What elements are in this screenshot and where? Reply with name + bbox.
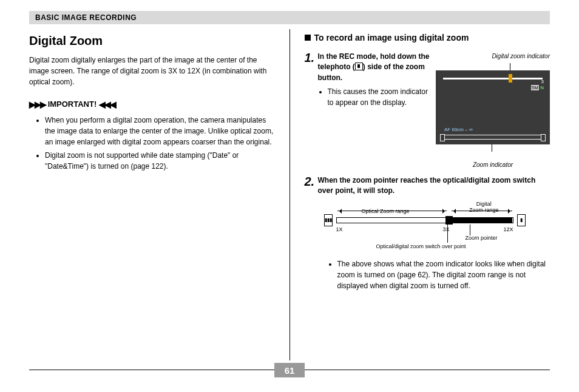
lcd-hud-af: AF 60cm – ∞ — [444, 126, 473, 133]
square-bullet-icon — [305, 35, 311, 41]
zoom-pointer-label: Zoom pointer — [465, 234, 497, 243]
digital-range-label: Digital Zoom range — [469, 201, 499, 214]
tick-12x: 12X — [503, 226, 513, 234]
right-column: To record an image using digital zoom 1.… — [290, 29, 550, 360]
step-number: 1. — [305, 52, 318, 64]
step1-sub: This causes the zoom indicator to appear… — [318, 87, 432, 108]
lcd-bottom-callout: Zoom indicator — [436, 160, 550, 169]
lcd-hud-size: 5M — [531, 85, 539, 90]
subheading-text: To record an image using digital zoom — [314, 33, 469, 42]
digital-zoom-segment — [449, 218, 512, 223]
zoom-wide-icon: ▮▮▮ — [324, 214, 333, 226]
step-1: 1. In the REC mode, hold down the teleph… — [305, 52, 550, 169]
tick-1x: 1X — [336, 226, 343, 234]
bullet-item: Digital zoom is not supported while date… — [45, 150, 275, 172]
zoom-tele-icon: ▮ — [517, 214, 526, 226]
step1-sub-bullet: This causes the zoom indicator to appear… — [328, 87, 432, 108]
callout-line-icon — [492, 144, 492, 152]
arrow-right-icon: ▶▶▶ — [29, 100, 46, 109]
lcd-illustration: Digital zoom indicator 3 5M N — [436, 52, 550, 169]
step-body: In the REC mode, hold down the telephoto… — [318, 52, 436, 108]
callout-line-icon — [510, 63, 510, 70]
lcd-hud-q: N — [540, 85, 544, 90]
step-body: When the zoom pointer reaches the optica… — [318, 175, 550, 197]
optical-range-label: Optical Zoom range — [362, 208, 410, 216]
lcd-hud-quality: 3 5M N — [531, 79, 544, 90]
step-number: 2. — [305, 175, 318, 188]
lcd-hud-count: 3 — [531, 79, 544, 85]
important-heading: ▶▶▶ IMPORTANT! ◀◀◀ — [29, 98, 275, 111]
page-title: Digital Zoom — [29, 32, 275, 50]
section-header-text: BASIC IMAGE RECORDING — [35, 13, 137, 22]
important-bullet-list: When you perform a digital zoom operatio… — [29, 115, 275, 172]
note-paragraph: The above shows what the zoom indicator … — [328, 259, 550, 291]
callout-line-icon — [447, 223, 448, 243]
subheading: To record an image using digital zoom — [305, 32, 550, 44]
zoom-range-bar — [336, 217, 513, 223]
zoom-range-diagram: Optical Zoom range Digital Zoom range ▮▮… — [322, 201, 528, 248]
lcd-screen: 3 5M N AF 60cm – ∞ — [436, 70, 550, 144]
lcd-bottom-zoom-bar — [444, 135, 541, 140]
digital-range-label-b: Zoom range — [469, 208, 499, 214]
page-number-badge: 61 — [274, 363, 305, 377]
lcd-top-callout: Digital zoom indicator — [436, 52, 550, 61]
page-number: 61 — [285, 365, 295, 376]
step-2: 2. When the zoom pointer reaches the opt… — [305, 175, 550, 197]
two-column-layout: Digital Zoom Digital zoom digitally enla… — [29, 29, 550, 360]
switch-point-label: Optical/digital zoom switch over point — [376, 243, 466, 251]
bullet-item: When you perform a digital zoom operatio… — [45, 115, 275, 147]
lcd-digital-zoom-marker — [509, 74, 512, 83]
arrow-left-icon: ◀◀◀ — [99, 100, 115, 109]
tick-3x: 3X — [443, 226, 450, 234]
important-label: IMPORTANT! — [48, 100, 97, 109]
lcd-top-zoom-bar — [443, 78, 543, 79]
intro-paragraph: Digital zoom digitally enlarges the part… — [29, 55, 275, 87]
telephoto-icon — [355, 63, 363, 70]
section-header: BASIC IMAGE RECORDING — [29, 11, 550, 24]
note-bullet: The above shows what the zoom indicator … — [337, 259, 550, 291]
left-column: Digital Zoom Digital zoom digitally enla… — [29, 29, 290, 360]
